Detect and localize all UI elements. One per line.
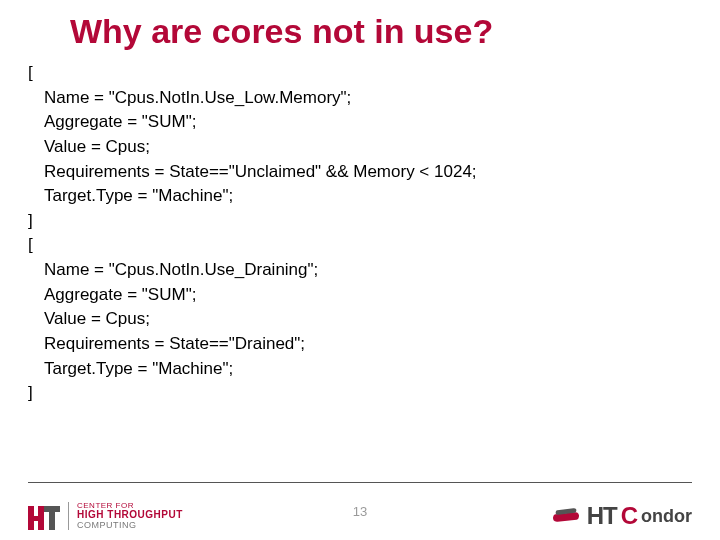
logo-chtc: CENTER FOR HIGH THROUGHPUT COMPUTING — [28, 500, 183, 532]
code-line: Name = "Cpus.NotIn.Use_Draining"; — [28, 258, 720, 283]
code-line: Value = Cpus; — [28, 307, 720, 332]
code-line: ] — [28, 381, 720, 406]
condor-wing-icon — [553, 507, 581, 525]
code-line: [ — [28, 61, 720, 86]
footer-divider — [28, 482, 692, 483]
slide-title: Why are cores not in use? — [0, 0, 720, 61]
logo-line: COMPUTING — [77, 521, 183, 530]
code-line: Requirements = State=="Unclaimed" && Mem… — [28, 160, 720, 185]
code-line: Value = Cpus; — [28, 135, 720, 160]
code-line: Target.Type = "Machine"; — [28, 184, 720, 209]
logo-text: HT — [587, 502, 617, 530]
ht-mark-icon — [28, 500, 60, 532]
code-line: Aggregate = "SUM"; — [28, 110, 720, 135]
code-line: [ — [28, 233, 720, 258]
slide-footer: 13 CENTER FOR HIGH THROUGHPUT COMPUTING … — [0, 482, 720, 540]
code-line: ] — [28, 209, 720, 234]
logo-htcondor: HTCondor — [553, 502, 692, 530]
code-line: Aggregate = "SUM"; — [28, 283, 720, 308]
code-block: [ Name = "Cpus.NotIn.Use_Low.Memory"; Ag… — [0, 61, 720, 406]
logo-text: C — [621, 502, 637, 530]
code-line: Requirements = State=="Drained"; — [28, 332, 720, 357]
code-line: Name = "Cpus.NotIn.Use_Low.Memory"; — [28, 86, 720, 111]
code-line: Target.Type = "Machine"; — [28, 357, 720, 382]
logo-chtc-text: CENTER FOR HIGH THROUGHPUT COMPUTING — [68, 502, 183, 530]
logo-text: ondor — [641, 506, 692, 527]
